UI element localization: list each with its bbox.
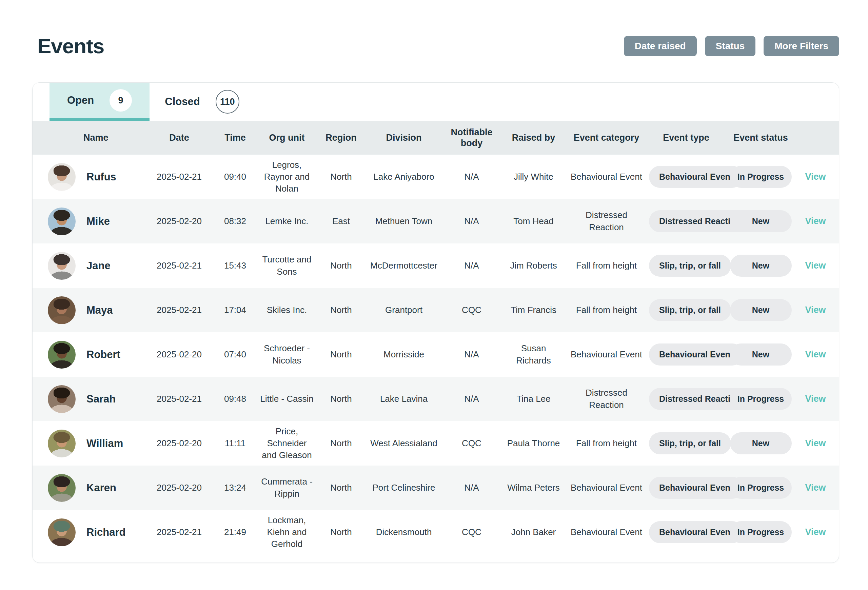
column-header-raised-by: Raised by: [500, 132, 567, 143]
event-status-cell: In Progress: [726, 477, 796, 499]
raised-by-cell: Tom Head: [500, 215, 567, 227]
event-category-cell: Behavioural Event: [567, 482, 646, 494]
org-unit-cell: Schroeder - Nicolas: [256, 342, 317, 366]
table-body: Rufus2025-02-2109:40Legros, Raynor and N…: [32, 155, 839, 555]
table-row: Maya2025-02-2117:04Skiles Inc.NorthGrant…: [32, 288, 839, 332]
filter-button-group: Date raised Status More Filters: [624, 36, 839, 56]
view-link[interactable]: View: [805, 438, 826, 448]
person-name: Karen: [86, 481, 116, 495]
name-cell: Mike: [32, 208, 145, 235]
avatar: [48, 341, 75, 369]
tab-closed-label: Closed: [165, 96, 200, 108]
tab-open-count-badge: 9: [109, 89, 132, 112]
name-cell: Maya: [32, 296, 145, 324]
avatar: [48, 252, 75, 280]
person-name: Mike: [86, 214, 110, 229]
notifiable-body-cell: N/A: [443, 348, 500, 360]
date-cell: 2025-02-20: [145, 348, 214, 360]
tab-bar: Open 9 Closed 110: [32, 83, 839, 121]
time-cell: 08:32: [214, 215, 256, 227]
event-status-cell: New: [726, 344, 796, 366]
date-cell: 2025-02-21: [145, 393, 214, 405]
time-cell: 15:43: [214, 260, 256, 271]
tab-closed[interactable]: Closed 110: [149, 83, 255, 121]
avatar: [48, 208, 75, 235]
view-link[interactable]: View: [805, 482, 826, 493]
view-link[interactable]: View: [805, 394, 826, 404]
view-link[interactable]: View: [805, 260, 826, 271]
table-header-row: Name Date Time Org unit Region Division …: [32, 121, 839, 155]
notifiable-body-cell: N/A: [443, 171, 500, 183]
org-unit-cell: Cummerata - Rippin: [256, 476, 317, 500]
tab-open[interactable]: Open 9: [50, 83, 149, 121]
notifiable-body-cell: N/A: [443, 215, 500, 227]
person-name: Richard: [86, 525, 125, 540]
raised-by-cell: Wilma Peters: [500, 482, 567, 494]
region-cell: North: [317, 304, 365, 316]
event-category-cell: Distressed Reaction: [567, 387, 646, 411]
event-category-cell: Behavioural Event: [567, 526, 646, 538]
avatar: [48, 518, 75, 546]
date-cell: 2025-02-20: [145, 215, 214, 227]
event-category-cell: Behavioural Event: [567, 171, 646, 183]
column-header-time: Time: [214, 132, 256, 143]
page-title: Events: [37, 34, 104, 58]
view-cell: View: [796, 437, 836, 449]
table-row: Jane2025-02-2115:43Turcotte and SonsNort…: [32, 243, 839, 288]
column-header-region: Region: [317, 132, 365, 143]
avatar: [48, 385, 75, 413]
raised-by-cell: Paula Thorne: [500, 437, 567, 449]
event-status-cell: In Progress: [726, 166, 796, 188]
event-type-cell: Distressed Reaction: [646, 388, 726, 410]
org-unit-cell: Lemke Inc.: [256, 215, 317, 227]
status-filter-button[interactable]: Status: [705, 36, 756, 56]
notifiable-body-cell: CQC: [443, 304, 500, 316]
view-link[interactable]: View: [805, 216, 826, 226]
raised-by-cell: Tim Francis: [500, 304, 567, 316]
event-status-cell: New: [726, 432, 796, 455]
view-cell: View: [796, 526, 836, 538]
avatar: [48, 474, 75, 502]
org-unit-cell: Lockman, Kiehn and Gerhold: [256, 515, 317, 550]
event-category-cell: Fall from height: [567, 437, 646, 449]
date-cell: 2025-02-21: [145, 260, 214, 271]
org-unit-cell: Skiles Inc.: [256, 304, 317, 316]
view-link[interactable]: View: [805, 171, 826, 182]
table-row: Karen2025-02-2013:24Cummerata - RippinNo…: [32, 466, 839, 510]
column-header-org-unit: Org unit: [256, 132, 317, 143]
event-status-badge: New: [730, 299, 792, 322]
region-cell: North: [317, 437, 365, 449]
event-status-badge: New: [730, 344, 792, 366]
person-name: Jane: [86, 259, 111, 273]
division-cell: Dickensmouth: [365, 526, 443, 538]
view-cell: View: [796, 215, 836, 227]
event-type-pill: Slip, trip, or fall: [649, 299, 731, 322]
date-cell: 2025-02-20: [145, 437, 214, 449]
event-category-cell: Behavioural Event: [567, 348, 646, 360]
org-unit-cell: Legros, Raynor and Nolan: [256, 159, 317, 195]
date-cell: 2025-02-21: [145, 171, 214, 183]
time-cell: 13:24: [214, 482, 256, 494]
view-link[interactable]: View: [805, 305, 826, 315]
more-filters-button[interactable]: More Filters: [763, 36, 839, 56]
column-header-division: Division: [365, 132, 443, 143]
raised-by-cell: Jilly White: [500, 171, 567, 183]
division-cell: West Alessialand: [365, 437, 443, 449]
event-type-cell: Behavioural Event: [646, 344, 726, 366]
division-cell: Port Celineshire: [365, 482, 443, 494]
event-type-cell: Slip, trip, or fall: [646, 255, 726, 277]
region-cell: North: [317, 393, 365, 405]
division-cell: Grantport: [365, 304, 443, 316]
time-cell: 21:49: [214, 526, 256, 538]
name-cell: Karen: [32, 474, 145, 502]
region-cell: North: [317, 482, 365, 494]
date-raised-filter-button[interactable]: Date raised: [624, 36, 697, 56]
event-status-cell: New: [726, 210, 796, 233]
notifiable-body-cell: N/A: [443, 393, 500, 405]
person-name: Maya: [86, 303, 113, 317]
view-cell: View: [796, 171, 836, 183]
name-cell: William: [32, 429, 145, 457]
view-link[interactable]: View: [805, 349, 826, 360]
raised-by-cell: Jim Roberts: [500, 260, 567, 271]
view-link[interactable]: View: [805, 527, 826, 537]
